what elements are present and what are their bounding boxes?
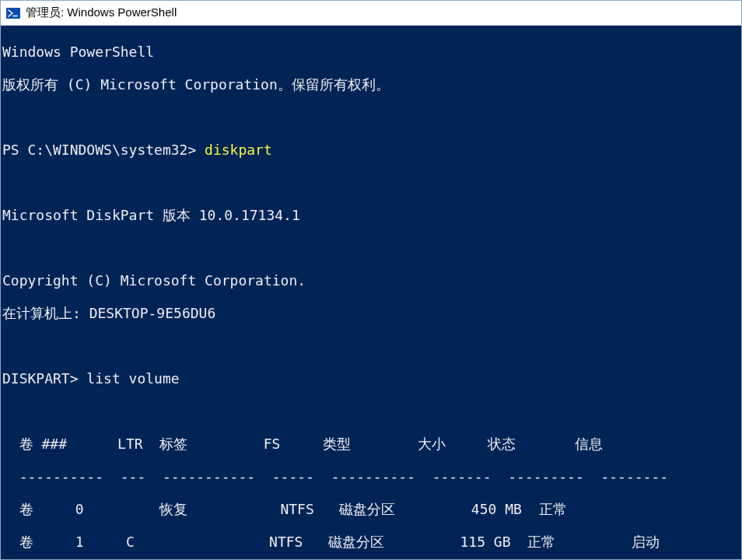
terminal-area[interactable]: Windows PowerShell 版权所有 (C) Microsoft Co… bbox=[1, 26, 741, 559]
volume-table-divider: ---------- --- ----------- ----- -------… bbox=[2, 468, 741, 485]
powershell-icon bbox=[5, 5, 21, 21]
powershell-window: 管理员: Windows PowerShell Windows PowerShe… bbox=[0, 0, 742, 560]
prompt-prefix: PS C:\WINDOWS\system32> bbox=[2, 142, 205, 158]
diskpart-version: Microsoft DiskPart 版本 10.0.17134.1 bbox=[2, 207, 741, 223]
titlebar[interactable]: 管理员: Windows PowerShell bbox=[1, 1, 741, 26]
diskpart-prompt-list: DISKPART> list volume bbox=[2, 370, 741, 387]
prompt-line-1: PS C:\WINDOWS\system32> diskpart bbox=[2, 142, 741, 158]
diskpart-computer: 在计算机上: DESKTOP-9E56DU6 bbox=[2, 305, 741, 321]
svg-rect-0 bbox=[6, 8, 20, 19]
ps-header: Windows PowerShell bbox=[2, 44, 741, 60]
command-diskpart: diskpart bbox=[205, 142, 272, 158]
ps-copyright: 版权所有 (C) Microsoft Corporation。保留所有权利。 bbox=[2, 76, 741, 93]
table-row: 卷 1 C NTFS 磁盘分区 115 GB 正常 启动 bbox=[2, 534, 741, 550]
table-row: 卷 0 恢复 NTFS 磁盘分区 450 MB 正常 bbox=[2, 501, 741, 517]
diskpart-copyright: Copyright (C) Microsoft Corporation. bbox=[2, 272, 741, 289]
window-title: 管理员: Windows PowerShell bbox=[26, 5, 177, 20]
volume-table-header: 卷 ### LTR 标签 FS 类型 大小 状态 信息 bbox=[2, 436, 741, 452]
